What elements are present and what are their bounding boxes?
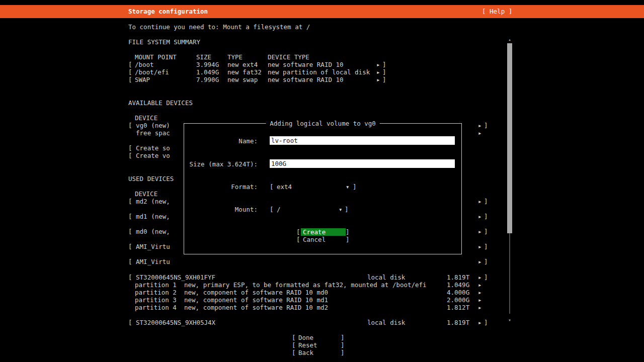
bracket: ]	[382, 68, 386, 76]
bracket: ]	[353, 183, 357, 191]
partition-row[interactable]: partition 2 new, component of software R…	[128, 289, 516, 296]
fs-row-boot[interactable]: [ /boot 3.994G new ext4 new software RAI…	[128, 61, 516, 68]
bracket: [	[270, 183, 274, 191]
type: new swap	[227, 76, 258, 83]
done-button[interactable]: [ Done ]	[292, 334, 345, 341]
format-select[interactable]: [ ext4 ▾ ]	[270, 183, 356, 191]
create-software-raid-row[interactable]: [ Create so	[128, 144, 170, 152]
chevron-down-icon: ▾	[339, 206, 343, 213]
col-device-type: DEVICE TYPE	[268, 53, 309, 61]
mount-select[interactable]: [ / ▾ ]	[270, 206, 348, 213]
bracket: ]	[484, 319, 488, 326]
bracket: ]	[341, 341, 345, 349]
expand-arrow-icon: ▸	[478, 289, 482, 296]
expand-arrow-icon: ▸	[478, 296, 482, 304]
bracket: ]	[484, 258, 488, 265]
reset-button[interactable]: [ Reset ]	[292, 341, 345, 349]
size: 3.994G	[196, 61, 219, 68]
bracket: ]	[484, 122, 488, 129]
fs-row-swap[interactable]: [ SWAP 7.990G new swap new software RAID…	[128, 76, 516, 83]
expand-arrow-icon: ▸	[478, 129, 482, 137]
available-device-column: DEVICE	[135, 114, 157, 122]
partition-desc: new, component of software RAID 10 md2	[184, 304, 328, 311]
cancel-button[interactable]: [ Cancel ]	[296, 236, 349, 243]
continue-notice: To continue you need to: Mount a filesys…	[128, 23, 310, 31]
bracket: [	[292, 334, 296, 341]
create-button[interactable]: [ Create ]	[296, 228, 349, 236]
size-input[interactable]	[270, 159, 455, 168]
device-type: new partition of local disk	[268, 68, 370, 76]
format-label: Format:	[184, 183, 258, 191]
type: new ext4	[227, 61, 258, 68]
title-bar: Storage configuration [ Help ]	[0, 5, 644, 18]
bracket: ]	[345, 206, 349, 213]
partition-label: partition 1	[135, 281, 177, 289]
expand-arrow-icon: ▸	[478, 213, 482, 220]
device-label: [ AMI_Virtu	[128, 243, 170, 250]
partition-label: partition 2	[135, 289, 177, 296]
name-input[interactable]	[270, 136, 455, 145]
col-size: SIZE	[196, 53, 211, 61]
used-devices-heading: USED DEVICES	[128, 175, 174, 183]
mount-point: /boot/efi	[135, 68, 169, 76]
partition-row[interactable]: partition 1 new, primary ESP, to be form…	[128, 281, 516, 289]
expand-arrow-icon: ▸	[376, 76, 380, 83]
fs-row-boot-efi[interactable]: [ /boot/efi 1.049G new fat32 new partiti…	[128, 68, 516, 76]
scrollbar-thumb[interactable]	[507, 43, 512, 233]
disk-kind: local disk	[367, 274, 405, 281]
bracket: ]	[484, 274, 488, 281]
device-label: [ md0 (new,	[128, 228, 170, 235]
dialog-title: Adding logical volume to vg0	[266, 120, 380, 127]
size-label: Size (max 3.624T):	[184, 160, 258, 168]
partition-desc: new, component of software RAID 10 md1	[184, 296, 328, 304]
mount-point: SWAP	[135, 76, 150, 83]
bracket: ]	[382, 76, 386, 83]
device-label: [ vg0 (new)	[128, 122, 170, 129]
bracket: ]	[346, 236, 350, 243]
expand-arrow-icon: ▸	[478, 281, 482, 289]
format-value: ext4	[277, 183, 292, 191]
device-label: free spac	[128, 129, 170, 137]
scrollbar-track[interactable]	[509, 233, 510, 314]
create-volume-group-row[interactable]: [ Create vo	[128, 152, 170, 159]
expand-arrow-icon: ▸	[376, 68, 380, 76]
device-label: [ md2 (new,	[128, 198, 170, 205]
scroll-up-icon[interactable]: ▴	[507, 37, 513, 42]
create-label: Create	[301, 228, 346, 236]
device-row-ami-virtual-2[interactable]: [ AMI_Virtu ▸ ]	[128, 258, 516, 265]
expand-arrow-icon: ▸	[478, 122, 482, 129]
expand-arrow-icon: ▸	[376, 61, 380, 68]
device-label: [ AMI_Virtu	[128, 258, 170, 265]
expand-arrow-icon: ▸	[478, 304, 482, 311]
storage-configuration-screen: Storage configuration [ Help ] To contin…	[0, 0, 644, 362]
disk-row-st32000645ns-9xh05j4x[interactable]: [ ST32000645NS_9XH05J4X local disk 1.819…	[128, 319, 516, 326]
bracket: ]	[382, 61, 386, 68]
device-label: [ md1 (new,	[128, 213, 170, 220]
partition-label: partition 3	[135, 296, 177, 304]
partition-label: partition 4	[135, 304, 177, 311]
size: 7.990G	[196, 76, 219, 83]
fs-summary-heading: FILE SYSTEM SUMMARY	[128, 38, 200, 46]
help-button[interactable]: [ Help ]	[482, 5, 512, 18]
col-type: TYPE	[227, 53, 243, 61]
bracket: [	[296, 228, 300, 236]
bracket: ]	[341, 349, 345, 356]
back-label: Back	[298, 349, 313, 356]
done-label: Done	[298, 334, 313, 341]
scroll-down-icon[interactable]: ▾	[507, 318, 513, 323]
partition-size: 2.000G	[447, 296, 469, 304]
disk-kind: local disk	[367, 319, 405, 326]
disk-row-st32000645ns-9xh01fyf[interactable]: [ ST32000645NS_9XH01FYF local disk 1.819…	[128, 274, 516, 281]
bracket: [	[270, 206, 274, 213]
disk-name: [ ST32000645NS_9XH01FYF	[128, 274, 215, 281]
fs-summary-header: MOUNT POINT SIZE TYPE DEVICE TYPE	[128, 53, 516, 61]
expand-arrow-icon: ▸	[478, 319, 482, 326]
back-button[interactable]: [ Back ]	[292, 349, 345, 356]
reset-label: Reset	[298, 341, 317, 349]
bracket: [	[292, 349, 296, 356]
bracket: [	[128, 61, 132, 68]
bracket: ]	[484, 198, 488, 205]
partition-row[interactable]: partition 4 new, component of software R…	[128, 304, 516, 311]
partition-row[interactable]: partition 3 new, component of software R…	[128, 296, 516, 304]
expand-arrow-icon: ▸	[478, 243, 482, 250]
